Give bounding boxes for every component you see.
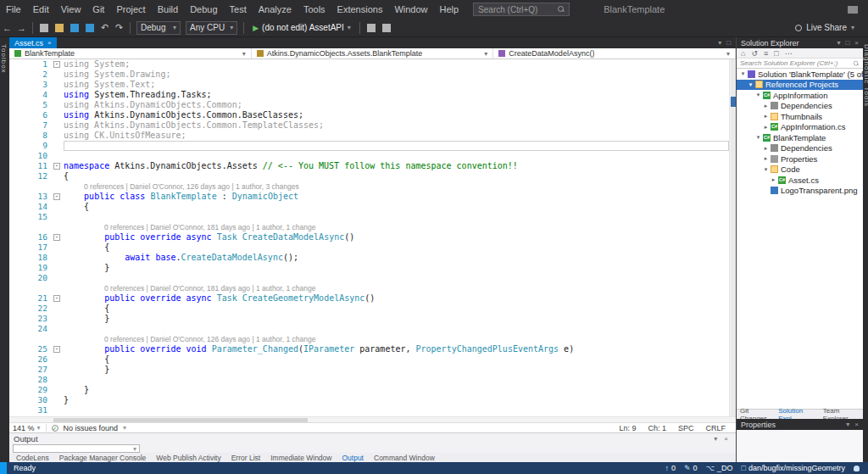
fold-collapse-icon[interactable]: - — [53, 163, 60, 170]
menu-help[interactable]: Help — [434, 4, 465, 14]
menu-edit[interactable]: Edit — [27, 4, 55, 14]
menu-git[interactable]: Git — [86, 4, 110, 14]
new-file-icon[interactable] — [40, 24, 48, 32]
undo-icon[interactable]: ↶ — [97, 22, 112, 33]
close-icon[interactable]: × — [854, 421, 859, 428]
tree-item-logotransparent-png[interactable]: LogoTransparent.png — [737, 186, 863, 197]
scrollbar-thumb[interactable] — [53, 418, 308, 422]
breadcrumb-item-1[interactable]: Atkins.DynamicObjects.Assets.BlankTempla… — [252, 48, 494, 59]
chevron-down-icon[interactable]: ▾ — [754, 92, 762, 98]
chevron-right-icon[interactable]: ▸ — [762, 124, 770, 131]
codelens-text[interactable]: 0 references | Daniel O'Connor, 181 days… — [64, 222, 315, 232]
chevron-right-icon[interactable]: ▸ — [762, 113, 770, 120]
forward-icon[interactable]: → — [14, 23, 29, 33]
menu-file[interactable]: File — [0, 4, 27, 14]
tree-item-solution-blanktemplate-5-of-5-projects-[interactable]: ▾Solution 'BlankTemplate' (5 of 5 projec… — [737, 69, 863, 80]
more-options-icon[interactable]: ⋯ — [785, 49, 793, 58]
chevron-down-icon[interactable]: ▾ — [846, 421, 849, 428]
chevron-down-icon[interactable]: ▾ — [747, 81, 754, 88]
menu-debug[interactable]: Debug — [184, 4, 223, 14]
breadcrumb-item-0[interactable]: BlankTemplate▾ — [9, 48, 252, 59]
find-icon[interactable] — [382, 24, 391, 32]
chevron-right-icon[interactable]: ▸ — [762, 145, 770, 152]
save-all-icon[interactable] — [86, 24, 94, 32]
fold-collapse-icon[interactable]: - — [53, 346, 60, 353]
close-icon[interactable]: × — [47, 39, 52, 47]
menu-extensions[interactable]: Extensions — [331, 4, 389, 14]
config-dropdown[interactable]: Debug ▾ — [136, 21, 181, 35]
scrollbar-thumb[interactable] — [731, 59, 736, 416]
panel-tab-codelens[interactable]: CodeLens — [16, 454, 49, 462]
tree-item-dependencies[interactable]: ▸Dependencies — [737, 101, 863, 112]
save-icon[interactable] — [70, 24, 79, 32]
fold-collapse-icon[interactable]: - — [53, 295, 60, 302]
fold-collapse-icon[interactable]: - — [53, 193, 60, 200]
solution-explorer-search[interactable]: Search Solution Explorer (Ctrl+;) — [737, 59, 863, 69]
fold-collapse-icon[interactable]: - — [53, 234, 60, 241]
fold-collapse-icon[interactable]: - — [53, 61, 60, 68]
status-branch[interactable]: ⌥_DO — [706, 464, 733, 472]
codelens-text[interactable]: 0 references | Daniel O'Connor, 126 days… — [64, 334, 315, 344]
zoom-dropdown[interactable]: 141 % ▾ — [13, 424, 41, 432]
close-icon[interactable]: × — [724, 435, 728, 443]
chevron-right-icon[interactable]: ▸ — [762, 155, 770, 162]
chevron-down-icon[interactable]: ▾ — [739, 70, 747, 77]
build-icon[interactable] — [367, 24, 376, 32]
tree-item-appinformation[interactable]: ▾C#AppInformation — [737, 90, 863, 101]
code-editor[interactable]: 1-using System;2using System.Drawing;3us… — [9, 59, 736, 416]
search-input[interactable]: Search (Ctrl+Q) — [473, 3, 570, 16]
toolbox-tab[interactable]: Toolbox — [0, 37, 8, 74]
refresh-icon[interactable]: ↺ — [751, 49, 758, 58]
space-indicator[interactable]: SPC — [678, 424, 694, 432]
editor-horizontal-scrollbar[interactable] — [9, 416, 736, 422]
open-file-icon[interactable] — [55, 24, 64, 32]
status-repo[interactable]: □dan/bugfix/missingGeometry — [742, 464, 846, 472]
breadcrumb-item-2[interactable]: CreateDataModelAsync()▾ — [493, 48, 736, 59]
tab-list-icon[interactable]: ▾ — [718, 39, 721, 47]
chevron-down-icon[interactable]: ▾ — [714, 435, 717, 443]
home-icon[interactable]: ⌂ — [741, 49, 745, 58]
output-source-dropdown[interactable]: ▾ — [13, 444, 140, 453]
codelens-text[interactable]: 0 references | Daniel O'Connor, 181 days… — [64, 283, 315, 293]
tree-item-dependencies[interactable]: ▸Dependencies — [737, 143, 863, 154]
tree-item-referenced-projects[interactable]: ▾Referenced Projects — [737, 80, 863, 91]
feedback-icon[interactable] — [848, 6, 858, 14]
panel-tab-output[interactable]: Output — [342, 454, 364, 462]
platform-dropdown[interactable]: Any CPU ▾ — [186, 21, 237, 35]
chevron-down-icon[interactable]: ▾ — [754, 134, 762, 141]
tree-item-thumbnails[interactable]: ▸Thumbnails — [737, 111, 863, 122]
start-debug-button[interactable]: ▶ (do not edit) AssetAPI ▾ — [248, 23, 356, 32]
float-icon[interactable]: □ — [726, 39, 731, 47]
menu-test[interactable]: Test — [224, 4, 253, 14]
chevron-right-icon[interactable]: ▸ — [770, 176, 777, 183]
status-up-arrow[interactable]: ↑0 — [665, 464, 676, 472]
tree-item-properties[interactable]: ▸Properties — [737, 153, 863, 165]
menu-window[interactable]: Window — [388, 4, 433, 14]
panel-tab-package-manager-console[interactable]: Package Manager Console — [59, 454, 147, 462]
notifications-icon[interactable] — [854, 466, 860, 471]
live-share-button[interactable]: Live Share ▾ — [795, 23, 868, 32]
panel-tab-error-list[interactable]: Error List — [231, 454, 260, 462]
menu-view[interactable]: View — [55, 4, 87, 14]
tree-item-blanktemplate[interactable]: ▾C#BlankTemplate — [737, 132, 863, 143]
collapse-all-icon[interactable]: ≡ — [764, 49, 768, 58]
tree-item-appinformation-cs[interactable]: ▸C#AppInformation.cs — [737, 122, 863, 133]
editor-vertical-scrollbar[interactable] — [729, 59, 736, 416]
menu-tools[interactable]: Tools — [298, 4, 331, 14]
eol-indicator[interactable]: CRLF — [705, 424, 726, 432]
tab-asset-cs[interactable]: Asset.cs × — [9, 37, 57, 48]
status-pencil[interactable]: ✎0 — [684, 464, 698, 472]
show-all-files-icon[interactable]: □ — [774, 49, 778, 58]
chevron-down-icon[interactable]: ▾ — [837, 39, 840, 47]
pin-icon[interactable]: □ — [845, 39, 849, 47]
chevron-down-icon[interactable]: ▾ — [762, 166, 770, 173]
menu-analyze[interactable]: Analyze — [253, 4, 298, 14]
redo-icon[interactable]: ↷ — [112, 22, 126, 33]
chevron-right-icon[interactable]: ▸ — [762, 103, 770, 109]
menu-build[interactable]: Build — [152, 4, 184, 14]
diagnostic-tools-tab[interactable]: Diagnostic Tools — [863, 37, 868, 107]
close-icon[interactable]: × — [854, 39, 859, 47]
chevron-down-icon[interactable]: ▾ — [123, 424, 126, 432]
panel-tab-immediate-window[interactable]: Immediate Window — [270, 454, 331, 462]
tree-item-code[interactable]: ▾Code — [737, 165, 863, 176]
